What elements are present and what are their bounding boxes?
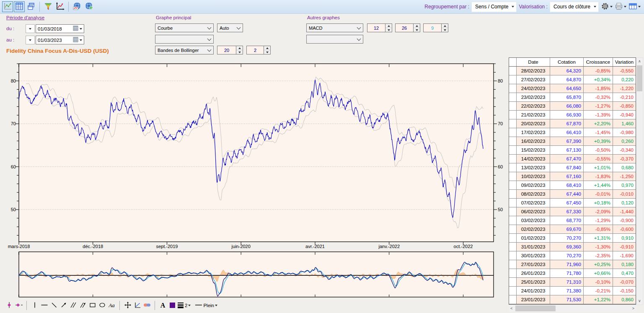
scale-select[interactable]: Auto bbox=[217, 23, 243, 32]
macd-chart[interactable] bbox=[19, 252, 494, 297]
stepper-down-icon[interactable] bbox=[385, 28, 392, 32]
table-row[interactable]: 20/02/202367,870+2,20%1,460 bbox=[509, 119, 636, 128]
stepper-up-icon[interactable] bbox=[264, 46, 270, 50]
text-tool[interactable]: Aa bbox=[107, 300, 116, 311]
row-selector-cell[interactable] bbox=[509, 216, 517, 225]
eraser-pill-tool[interactable] bbox=[142, 300, 152, 311]
table-row[interactable]: 02/02/202369,670-0,85%-0,600 bbox=[509, 225, 636, 234]
print-button[interactable] bbox=[615, 2, 626, 11]
table-row[interactable]: 01/02/202370,270+1,31%0,910 bbox=[509, 234, 636, 243]
row-selector-cell[interactable] bbox=[509, 243, 517, 251]
bollinger-dev-stepper[interactable]: 2 bbox=[246, 46, 271, 54]
row-selector-cell[interactable] bbox=[509, 155, 517, 163]
move-tool[interactable] bbox=[123, 300, 132, 311]
du-preset-dropdown[interactable] bbox=[26, 24, 35, 33]
du-date-field[interactable]: 01/03/2018 bbox=[36, 24, 84, 33]
price-chart[interactable] bbox=[19, 64, 494, 242]
row-selector-cell[interactable] bbox=[509, 111, 517, 119]
macd-select[interactable]: MACD bbox=[306, 23, 363, 32]
scroll-right-icon[interactable]: > bbox=[632, 307, 634, 310]
table-horizontal-scrollbar[interactable]: < > bbox=[509, 305, 636, 312]
table-row[interactable]: 27/02/202364,870+0,34%0,220 bbox=[509, 75, 636, 84]
row-selector-cell[interactable] bbox=[509, 199, 517, 207]
data-table-toolbar-button[interactable] bbox=[14, 1, 25, 12]
table-row[interactable]: 09/02/202368,410+1,44%0,970 bbox=[509, 181, 636, 190]
row-selector-cell[interactable] bbox=[509, 128, 517, 137]
table-row[interactable]: 27/01/202371,960+0,25%0,180 bbox=[509, 260, 636, 269]
arrow-line-tool[interactable] bbox=[59, 300, 68, 311]
table-row[interactable]: 23/01/202371,530+1,22%0,860 bbox=[509, 295, 636, 304]
stepper-down-icon[interactable] bbox=[414, 28, 420, 32]
row-selector-cell[interactable] bbox=[509, 287, 517, 295]
web-chart-toolbar-button[interactable] bbox=[72, 1, 83, 12]
columns-button[interactable] bbox=[628, 2, 641, 11]
indicator-select[interactable]: Bandes de Bollinger bbox=[155, 46, 214, 54]
diagonal-line-tool[interactable] bbox=[49, 300, 59, 311]
row-selector-cell[interactable] bbox=[509, 181, 517, 189]
table-row[interactable]: 10/02/202367,160-1,83%-1,250 bbox=[509, 172, 636, 181]
table-row[interactable]: 08/02/202367,440-0,01%-0,010 bbox=[509, 190, 636, 199]
table-row[interactable]: 13/02/202367,840+1,01%0,680 bbox=[509, 163, 636, 172]
line-width-tool[interactable]: 2 bbox=[177, 300, 191, 311]
bollinger-period-stepper[interactable]: 20 bbox=[217, 46, 243, 54]
web-chart-add-toolbar-button[interactable] bbox=[83, 1, 94, 12]
regroupement-select[interactable]: Sens / Compte bbox=[471, 2, 517, 12]
table-row[interactable]: 15/02/202367,130-0,50%-0,340 bbox=[509, 146, 636, 155]
scroll-left-icon[interactable]: < bbox=[510, 307, 512, 310]
parallel-arrow-tool[interactable] bbox=[78, 300, 88, 311]
chart-axes-toolbar-button[interactable] bbox=[54, 1, 65, 12]
row-selector-cell[interactable] bbox=[509, 137, 517, 145]
stepper-down-icon[interactable] bbox=[236, 50, 243, 54]
header-date[interactable]: Date bbox=[517, 58, 550, 66]
table-row[interactable]: 24/01/202371,380-0,21%-0,150 bbox=[509, 287, 636, 295]
row-selector-cell[interactable] bbox=[509, 93, 517, 101]
table-row[interactable]: 31/01/202369,360-1,30%-0,910 bbox=[509, 243, 636, 251]
parallel-lines-tool[interactable] bbox=[68, 300, 78, 311]
table-row[interactable]: 03/02/202368,770-1,29%-0,900 bbox=[509, 216, 636, 225]
table-row[interactable]: 21/02/202366,930-1,39%-0,940 bbox=[509, 111, 636, 119]
table-row[interactable]: 22/02/202366,080-1,27%-0,850 bbox=[509, 102, 636, 111]
row-selector-cell[interactable] bbox=[509, 146, 517, 154]
au-preset-dropdown[interactable] bbox=[26, 36, 35, 44]
valorisation-select[interactable]: Cours de clôture bbox=[550, 2, 599, 12]
table-row[interactable]: 07/02/202367,450+0,18%0,120 bbox=[509, 199, 636, 207]
horizontal-scroll-thumb[interactable] bbox=[515, 305, 556, 311]
table-vertical-scrollbar[interactable]: ∧ ∨ bbox=[636, 57, 643, 305]
fill-color-tool[interactable] bbox=[168, 300, 177, 311]
macd-signal-stepper[interactable]: 9 bbox=[423, 23, 448, 32]
table-row[interactable]: 16/02/202367,390+0,39%0,260 bbox=[509, 137, 636, 146]
table-row[interactable]: 26/01/202371,780+0,66%0,470 bbox=[509, 269, 636, 278]
row-selector-cell[interactable] bbox=[509, 234, 517, 242]
row-selector-cell[interactable] bbox=[509, 102, 517, 110]
row-selector-cell[interactable] bbox=[509, 260, 517, 269]
stepper-up-icon[interactable] bbox=[414, 24, 420, 28]
row-selector-cell[interactable] bbox=[509, 190, 517, 198]
stepper-down-icon[interactable] bbox=[264, 50, 270, 54]
au-date-field[interactable]: 01/03/2023 bbox=[36, 36, 84, 44]
table-row[interactable]: 24/02/202364,650-1,85%-1,220 bbox=[509, 84, 636, 93]
rectangle-tool[interactable] bbox=[88, 300, 97, 311]
vertical-line-tool[interactable] bbox=[30, 300, 39, 311]
row-selector-cell[interactable] bbox=[509, 84, 517, 93]
table-row[interactable]: 25/01/202371,310-0,10%-0,070 bbox=[509, 278, 636, 287]
font-color-tool[interactable]: A bbox=[158, 300, 168, 311]
stepper-up-icon[interactable] bbox=[385, 24, 392, 28]
row-selector-cell[interactable] bbox=[509, 269, 517, 277]
chart-type-select[interactable]: Courbe bbox=[155, 23, 214, 32]
overlay-select-empty[interactable] bbox=[155, 35, 214, 44]
stepper-up-icon[interactable] bbox=[236, 46, 243, 50]
row-selector-cell[interactable] bbox=[509, 172, 517, 181]
table-row[interactable]: 30/01/202370,270-2,35%-1,690 bbox=[509, 251, 636, 260]
line-style-tool[interactable]: Plein bbox=[195, 300, 217, 311]
stepper-up-icon[interactable] bbox=[442, 24, 448, 28]
macd-fast-stepper[interactable]: 12 bbox=[367, 23, 392, 32]
settings-button[interactable] bbox=[601, 2, 613, 11]
row-selector-cell[interactable] bbox=[509, 225, 517, 233]
header-variation[interactable]: Variation bbox=[613, 58, 636, 66]
regression-tool[interactable] bbox=[132, 300, 142, 311]
table-row[interactable]: 14/02/202367,470-0,55%-0,370 bbox=[509, 155, 636, 163]
table-row[interactable]: 06/02/202367,330-2,09%-1,440 bbox=[509, 207, 636, 216]
row-selector-cell[interactable] bbox=[509, 278, 517, 286]
marker-vertical-tool[interactable] bbox=[4, 300, 14, 311]
cascade-windows-toolbar-button[interactable] bbox=[26, 1, 36, 12]
